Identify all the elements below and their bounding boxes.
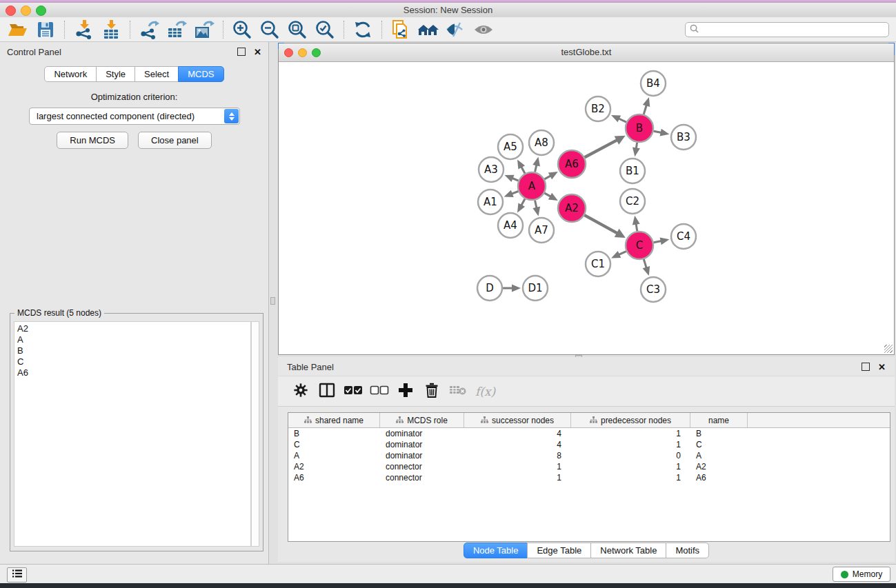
search-input[interactable] — [702, 24, 884, 35]
table-cell[interactable]: A2 — [288, 462, 380, 472]
zoom-in-button[interactable] — [228, 19, 256, 41]
app-titlebar[interactable]: Session: New Session — [0, 3, 896, 18]
node-B3[interactable]: B3 — [671, 125, 696, 150]
node-A3[interactable]: A3 — [479, 157, 504, 182]
node-D1[interactable]: D1 — [523, 276, 548, 301]
node-B1[interactable]: B1 — [620, 159, 645, 183]
table-cell[interactable]: dominator — [380, 451, 464, 460]
search-field[interactable] — [685, 22, 889, 37]
export-image-button[interactable] — [190, 19, 218, 41]
close-panel-icon[interactable]: ✕ — [878, 362, 886, 372]
node-A[interactable]: A — [518, 172, 546, 200]
tab-mcds[interactable]: MCDS — [178, 66, 223, 82]
edge-A-A8[interactable] — [535, 165, 537, 172]
toggle-view-button[interactable] — [314, 381, 340, 402]
hide-selected-button[interactable] — [442, 19, 470, 41]
node-A6[interactable]: A6 — [558, 150, 586, 178]
delete-table-button[interactable] — [445, 381, 471, 402]
tab-network[interactable]: Network — [44, 66, 97, 82]
edge-C-C2[interactable] — [636, 223, 637, 231]
edge-C-C1[interactable] — [619, 252, 626, 255]
table-cell[interactable]: B — [690, 429, 748, 438]
node-A7[interactable]: A7 — [529, 218, 554, 243]
table-cell[interactable]: A6 — [690, 473, 748, 483]
node-table-body[interactable]: Bdominator41BCdominator41CAdominator80AA… — [288, 428, 890, 483]
node-A2[interactable]: A2 — [558, 194, 586, 222]
first-neighbors-button[interactable] — [415, 19, 442, 41]
mcds-result-item[interactable]: A6 — [17, 367, 250, 378]
float-panel-icon[interactable] — [862, 363, 870, 371]
show-all-button[interactable] — [470, 19, 497, 41]
table-cell[interactable]: 0 — [571, 451, 690, 460]
delete-column-button[interactable] — [419, 381, 445, 402]
node-table[interactable]: shared nameMCDS rolesuccessor nodesprede… — [288, 412, 890, 542]
table-cell[interactable]: 1 — [464, 473, 571, 483]
node-C2[interactable]: C2 — [620, 189, 645, 214]
tab-style[interactable]: Style — [96, 66, 135, 82]
node-table-header[interactable]: shared nameMCDS rolesuccessor nodesprede… — [288, 413, 890, 428]
table-cell[interactable]: dominator — [380, 429, 464, 438]
table-row[interactable]: Bdominator41B — [288, 428, 890, 439]
open-session-button[interactable] — [4, 19, 32, 41]
criterion-dropdown[interactable]: largest connected component (directed) — [29, 108, 240, 125]
network-window-titlebar[interactable]: testGlobe.txt — [279, 43, 894, 62]
select-all-button[interactable] — [340, 381, 366, 402]
export-network-button[interactable] — [135, 19, 163, 41]
edge-A-A5[interactable] — [521, 167, 525, 174]
import-table-button[interactable] — [97, 19, 125, 41]
edge-A-A6[interactable] — [544, 176, 550, 179]
table-cell[interactable]: C — [288, 440, 380, 449]
close-panel-icon[interactable]: ✕ — [254, 47, 261, 57]
node-A8[interactable]: A8 — [529, 130, 554, 155]
column-header-name[interactable]: name — [690, 413, 748, 427]
function-builder-button[interactable]: f(x) — [475, 385, 495, 398]
task-history-button[interactable] — [7, 567, 27, 582]
edge-A-A3[interactable] — [512, 178, 518, 181]
node-D[interactable]: D — [477, 276, 502, 301]
run-mcds-button[interactable]: Run MCDS — [57, 132, 128, 149]
column-header-successor-nodes[interactable]: successor nodes — [464, 413, 571, 427]
table-options-button[interactable] — [288, 381, 314, 402]
edge-A6-B[interactable] — [585, 140, 618, 157]
table-cell[interactable]: B — [288, 429, 380, 438]
zoom-network-button[interactable] — [312, 48, 321, 57]
table-row[interactable]: Adominator80A — [288, 450, 890, 461]
edge-A2-C[interactable] — [584, 215, 617, 233]
table-cell[interactable]: dominator — [380, 440, 464, 449]
node-B4[interactable]: B4 — [641, 71, 666, 96]
tab-motifs[interactable]: Motifs — [666, 543, 709, 558]
tab-select[interactable]: Select — [135, 66, 179, 82]
table-cell[interactable]: connector — [380, 462, 464, 472]
table-cell[interactable]: 4 — [464, 440, 571, 449]
edge-A-A2[interactable] — [544, 193, 550, 196]
table-cell[interactable]: 4 — [464, 429, 571, 438]
table-cell[interactable]: connector — [380, 473, 464, 483]
edge-A-A7[interactable] — [535, 201, 537, 209]
minimize-window-button[interactable] — [21, 6, 31, 16]
resize-grip-icon[interactable] — [884, 345, 893, 353]
save-session-button[interactable] — [32, 19, 59, 41]
table-cell[interactable]: 1 — [571, 440, 690, 449]
export-table-button[interactable] — [163, 19, 190, 41]
mcds-result-item[interactable]: C — [17, 356, 250, 367]
new-network-from-selection-button[interactable] — [387, 19, 415, 41]
minimize-network-button[interactable] — [298, 48, 307, 57]
edge-B-B3[interactable] — [654, 131, 662, 132]
node-C1[interactable]: C1 — [586, 252, 610, 276]
node-C3[interactable]: C3 — [641, 277, 666, 302]
node-A5[interactable]: A5 — [498, 134, 523, 159]
table-cell[interactable]: 1 — [571, 473, 690, 483]
mcds-result-item[interactable]: B — [17, 345, 250, 356]
edge-C-C4[interactable] — [654, 241, 662, 242]
table-cell[interactable]: C — [690, 440, 748, 449]
edge-C-C3[interactable] — [644, 259, 646, 268]
table-row[interactable]: A2connector11A2 — [288, 461, 890, 472]
float-panel-icon[interactable] — [237, 48, 246, 56]
edge-B-B4[interactable] — [644, 105, 646, 114]
zoom-window-button[interactable] — [36, 6, 46, 16]
mcds-result-list[interactable]: A2ABCA6 — [14, 321, 251, 547]
table-cell[interactable]: 8 — [464, 451, 571, 460]
memory-button[interactable]: Memory — [833, 567, 890, 582]
table-cell[interactable]: A2 — [690, 462, 748, 472]
table-row[interactable]: A6connector11A6 — [288, 472, 890, 483]
